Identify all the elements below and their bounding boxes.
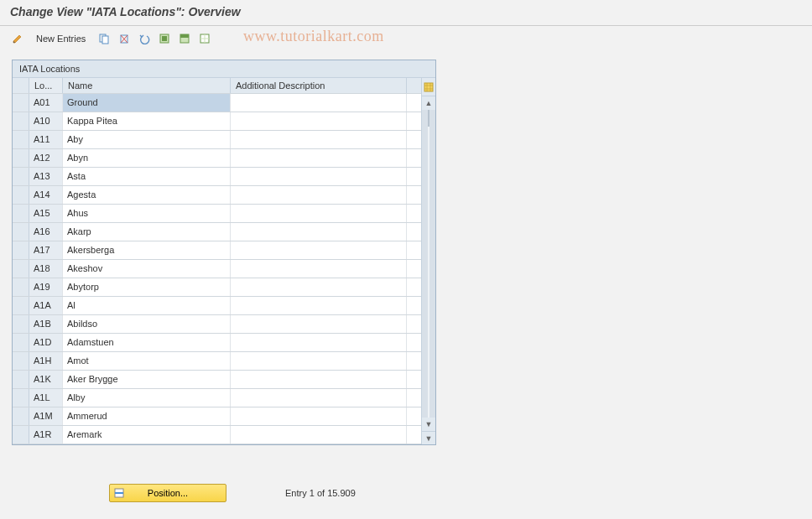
row-selector[interactable] — [13, 149, 29, 167]
cell-name[interactable]: Adamstuen — [63, 334, 231, 351]
cell-name[interactable]: Akarp — [63, 223, 231, 241]
cell-lo[interactable]: A12 — [29, 149, 63, 167]
table-row[interactable]: A1BAbildso — [13, 315, 421, 334]
vertical-scrollbar[interactable]: ▲ ▼ ▼ — [421, 78, 435, 444]
cell-lo[interactable]: A1H — [29, 352, 63, 370]
cell-desc[interactable] — [231, 297, 407, 314]
cell-name[interactable]: Al — [63, 297, 231, 314]
cell-lo[interactable]: A16 — [29, 223, 63, 241]
table-row[interactable]: A13Asta — [13, 168, 421, 186]
cell-name[interactable]: Aremark — [63, 426, 231, 444]
row-selector[interactable] — [13, 112, 29, 130]
row-selector[interactable] — [13, 205, 29, 222]
cell-desc[interactable] — [231, 426, 407, 444]
cell-desc[interactable] — [231, 407, 407, 425]
delete-button[interactable] — [115, 30, 133, 47]
scroll-down-button[interactable]: ▼ — [422, 418, 435, 431]
cell-name[interactable]: Amot — [63, 352, 231, 370]
row-selector[interactable] — [13, 389, 29, 407]
table-row[interactable]: A1HAmot — [13, 352, 421, 371]
cell-name[interactable]: Aker Brygge — [63, 371, 231, 388]
cell-name[interactable]: Ammerud — [63, 407, 231, 425]
row-selector[interactable] — [13, 426, 29, 444]
table-row[interactable]: A10Kappa Pitea — [13, 112, 421, 131]
cell-name[interactable]: Ground — [63, 94, 231, 112]
table-row[interactable]: A01Ground — [13, 94, 421, 112]
cell-lo[interactable]: A15 — [29, 205, 63, 222]
cell-name[interactable]: Abytorp — [63, 278, 231, 296]
undo-button[interactable] — [135, 30, 154, 47]
table-row[interactable]: A1DAdamstuen — [13, 334, 421, 352]
cell-name[interactable]: Agesta — [63, 186, 231, 204]
cell-desc[interactable] — [231, 168, 407, 185]
cell-desc[interactable] — [231, 389, 407, 407]
cell-lo[interactable]: A1M — [29, 407, 63, 425]
row-selector[interactable] — [13, 371, 29, 388]
table-row[interactable]: A17Akersberga — [13, 241, 421, 260]
cell-lo[interactable]: A1A — [29, 297, 63, 314]
cell-desc[interactable] — [231, 205, 407, 222]
position-button[interactable]: Position... — [109, 484, 226, 502]
cell-desc[interactable] — [231, 112, 407, 130]
cell-name[interactable]: Alby — [63, 389, 231, 407]
toggle-change-mode-button[interactable] — [8, 30, 27, 47]
cell-desc[interactable] — [231, 260, 407, 278]
cell-name[interactable]: Akersberga — [63, 241, 231, 259]
configure-columns-button[interactable] — [422, 78, 435, 96]
row-selector[interactable] — [13, 186, 29, 204]
scroll-thumb[interactable] — [428, 110, 429, 127]
cell-lo[interactable]: A01 — [29, 94, 63, 112]
scroll-up-button[interactable]: ▲ — [422, 96, 435, 110]
table-row[interactable]: A15Ahus — [13, 205, 421, 223]
select-all-button[interactable] — [155, 30, 174, 47]
cell-desc[interactable] — [231, 131, 407, 148]
cell-desc[interactable] — [231, 334, 407, 351]
column-selector[interactable] — [13, 78, 29, 93]
table-row[interactable]: A1KAker Brygge — [13, 371, 421, 389]
cell-lo[interactable]: A19 — [29, 278, 63, 296]
row-selector[interactable] — [13, 334, 29, 351]
row-selector[interactable] — [13, 315, 29, 333]
cell-name[interactable]: Abyn — [63, 149, 231, 167]
table-row[interactable]: A1RAremark — [13, 426, 421, 444]
table-row[interactable]: A1AAl — [13, 297, 421, 315]
table-row[interactable]: A12Abyn — [13, 149, 421, 168]
row-selector[interactable] — [13, 94, 29, 112]
row-selector[interactable] — [13, 407, 29, 425]
cell-name[interactable]: Akeshov — [63, 260, 231, 278]
cell-desc[interactable] — [231, 186, 407, 204]
copy-as-button[interactable] — [95, 30, 113, 47]
cell-lo[interactable]: A1D — [29, 334, 63, 351]
table-row[interactable]: A19Abytorp — [13, 278, 421, 297]
cell-desc[interactable] — [231, 352, 407, 370]
scroll-track[interactable] — [428, 110, 429, 418]
deselect-all-button[interactable] — [195, 30, 214, 47]
cell-desc[interactable] — [231, 149, 407, 167]
cell-lo[interactable]: A11 — [29, 131, 63, 148]
row-selector[interactable] — [13, 241, 29, 259]
table-row[interactable]: A14Agesta — [13, 186, 421, 205]
cell-lo[interactable]: A1B — [29, 315, 63, 333]
cell-name[interactable]: Asta — [63, 168, 231, 185]
new-entries-button[interactable]: New Entries — [29, 30, 93, 47]
cell-name[interactable]: Aby — [63, 131, 231, 148]
cell-name[interactable]: Abildso — [63, 315, 231, 333]
table-row[interactable]: A18Akeshov — [13, 260, 421, 278]
cell-desc[interactable] — [231, 278, 407, 296]
row-selector[interactable] — [13, 278, 29, 296]
row-selector[interactable] — [13, 131, 29, 148]
table-row[interactable]: A1LAlby — [13, 389, 421, 407]
scroll-down-half-button[interactable]: ▼ — [422, 431, 435, 444]
cell-lo[interactable]: A1R — [29, 426, 63, 444]
column-header-name[interactable]: Name — [63, 78, 231, 93]
table-row[interactable]: A11Aby — [13, 131, 421, 149]
row-selector[interactable] — [13, 168, 29, 185]
cell-lo[interactable]: A18 — [29, 260, 63, 278]
cell-desc[interactable] — [231, 241, 407, 259]
table-row[interactable]: A1MAmmerud — [13, 407, 421, 426]
cell-lo[interactable]: A13 — [29, 168, 63, 185]
cell-desc[interactable] — [231, 94, 407, 112]
cell-desc[interactable] — [231, 371, 407, 388]
cell-lo[interactable]: A14 — [29, 186, 63, 204]
column-header-lo[interactable]: Lo... — [29, 78, 63, 93]
